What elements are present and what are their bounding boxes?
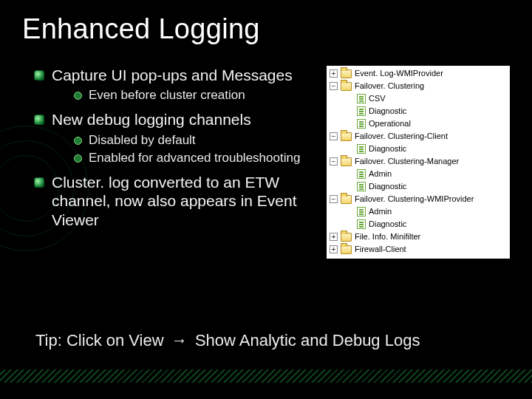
tree-node-failover-clustering[interactable]: − Failover. Clustering (328, 80, 508, 92)
sub-bullet: Even before cluster creation (74, 87, 312, 103)
log-icon (357, 219, 366, 229)
folder-icon (341, 195, 352, 204)
folder-icon (341, 245, 352, 254)
tree-leaf-diagnostic[interactable]: Diagnostic (328, 105, 508, 117)
tree-label: Diagnostic (369, 105, 406, 117)
collapse-icon[interactable]: − (330, 157, 338, 166)
tree-node-firewall-client[interactable]: + Firewall-Client (328, 243, 508, 256)
expand-icon[interactable]: + (330, 245, 338, 253)
log-icon (357, 207, 366, 216)
tip-line: Tip: Click on View → Show Analytic and D… (35, 331, 420, 350)
tree-label: Failover. Clustering (355, 80, 424, 92)
tree-node-eventlog-wmiprovider[interactable]: + Event. Log-WMIProvider (328, 67, 508, 80)
collapse-icon[interactable]: − (330, 82, 338, 90)
tree-leaf-diagnostic[interactable]: Diagnostic (328, 143, 508, 155)
tree-leaf-diagnostic[interactable]: Diagnostic (328, 218, 508, 231)
tree-label: Failover. Clustering-Client (355, 130, 448, 143)
bullet-cluster-log: Cluster. log converted to an ETW channel… (30, 173, 312, 229)
collapse-icon[interactable]: − (330, 132, 338, 140)
log-icon (357, 106, 366, 116)
tree-label: Admin (369, 168, 392, 180)
folder-icon (341, 69, 352, 78)
tree-label: Event. Log-WMIProvider (355, 67, 443, 80)
log-icon (357, 169, 366, 179)
bullet-text: Capture UI pop-ups and Messages (52, 66, 293, 83)
log-icon (357, 182, 366, 191)
folder-icon (341, 132, 352, 141)
tree-label: Failover. Clustering-Manager (355, 155, 459, 168)
tree-node-fileinfo-minifilter[interactable]: + File. Info. Minifilter (328, 231, 508, 243)
event-viewer-tree: + Event. Log-WMIProvider − Failover. Clu… (327, 66, 510, 259)
tree-leaf-csv[interactable]: CSV (328, 92, 508, 105)
slide: Enhanced Logging Capture UI pop-ups and … (0, 0, 532, 399)
log-icon (357, 94, 366, 103)
expand-icon[interactable]: + (330, 233, 338, 241)
tree-leaf-diagnostic[interactable]: Diagnostic (328, 180, 508, 193)
arrow-icon: → (171, 331, 188, 349)
expand-icon[interactable]: + (330, 69, 338, 78)
collapse-icon[interactable]: − (330, 195, 338, 203)
folder-icon (341, 157, 352, 166)
tree-label: CSV (369, 92, 386, 105)
sub-bullet: Enabled for advanced troubleshooting (74, 150, 312, 166)
folder-icon (341, 233, 352, 242)
slide-title: Enhanced Logging (22, 13, 510, 45)
tree-label: Firewall-Client (355, 243, 406, 256)
log-icon (357, 144, 366, 154)
tree-leaf-admin[interactable]: Admin (328, 168, 508, 180)
tree-label: Admin (369, 205, 392, 218)
tree-label: Operational (369, 117, 411, 130)
tip-suffix: Show Analytic and Debug Logs (195, 331, 420, 349)
tree-label: Diagnostic (369, 180, 406, 193)
content-row: Capture UI pop-ups and Messages Even bef… (22, 66, 510, 259)
folder-icon (341, 82, 352, 91)
bullets-column: Capture UI pop-ups and Messages Even bef… (22, 66, 312, 259)
log-icon (357, 119, 366, 129)
tree-node-failover-clustering-wmiprovider[interactable]: − Failover. Clustering-WMIProvider (328, 193, 508, 205)
footer-decoration (0, 369, 532, 383)
tree-node-failover-clustering-manager[interactable]: − Failover. Clustering-Manager (328, 155, 508, 168)
tree-label: Diagnostic (369, 218, 406, 231)
tree-node-failover-clustering-client[interactable]: − Failover. Clustering-Client (328, 130, 508, 143)
bullet-text: New debug logging channels (52, 111, 251, 128)
tree-label: File. Info. Minifilter (355, 231, 420, 243)
tip-prefix: Tip: Click on View (35, 331, 164, 349)
sub-bullet: Disabled by default (74, 132, 312, 148)
bullet-capture-ui: Capture UI pop-ups and Messages Even bef… (30, 66, 312, 103)
bullet-debug-channels: New debug logging channels Disabled by d… (30, 110, 312, 166)
tree-leaf-admin[interactable]: Admin (328, 205, 508, 218)
tree-label: Failover. Clustering-WMIProvider (355, 193, 474, 205)
tree-label: Diagnostic (369, 143, 406, 155)
tree-leaf-operational[interactable]: Operational (328, 117, 508, 130)
